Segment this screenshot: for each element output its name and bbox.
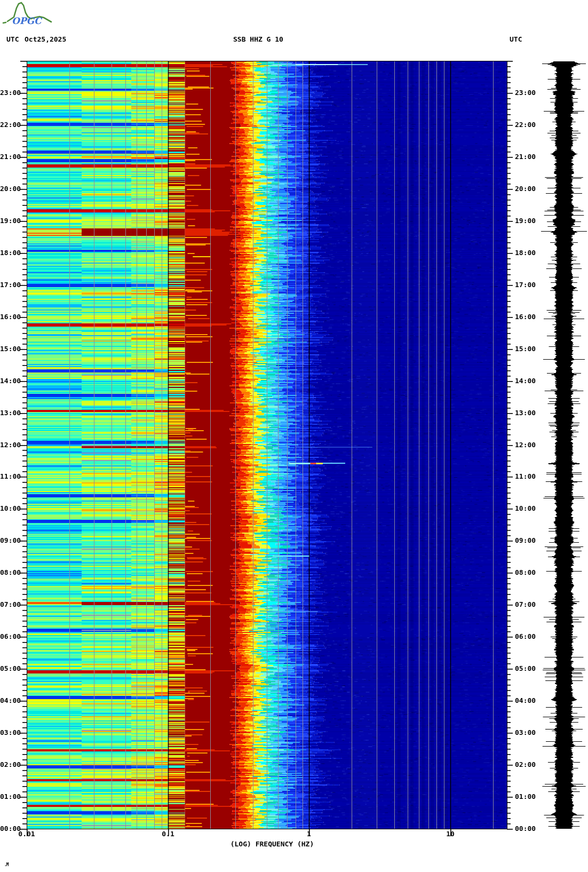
- time-tick-label-left: 02:00: [0, 761, 20, 768]
- time-tick-label-right: 18:00: [515, 249, 536, 257]
- time-tick-label-right: 20:00: [515, 185, 536, 193]
- time-tick-label-left: 12:00: [0, 441, 20, 449]
- time-tick-label-left: 14:00: [0, 377, 20, 385]
- spectrogram-page: OPGC UTC Oct25,2025 SSB HHZ G 10 UTC 23:…: [0, 0, 588, 872]
- time-tick-label-left: 15:00: [0, 345, 20, 353]
- time-tick-label-right: 10:00: [515, 505, 536, 512]
- time-tick-label-right: 00:00: [515, 825, 536, 833]
- time-tick-label-left: 17:00: [0, 281, 20, 289]
- time-tick-label-right: 17:00: [515, 281, 536, 289]
- time-tick-label-right: 07:00: [515, 601, 536, 608]
- date-label: Oct25,2025: [25, 35, 66, 43]
- utc-label-right: UTC: [510, 35, 522, 43]
- time-tick-label-left: 10:00: [0, 505, 20, 512]
- time-tick-label-right: 04:00: [515, 697, 536, 704]
- time-tick-label-right: 02:00: [515, 761, 536, 768]
- time-tick-label-left: 22:00: [0, 121, 20, 129]
- time-tick-label-right: 05:00: [515, 665, 536, 672]
- time-tick-label-right: 08:00: [515, 569, 536, 576]
- time-tick-label-right: 06:00: [515, 633, 536, 640]
- time-tick-label-left: 13:00: [0, 409, 20, 417]
- time-tick-label-right: 09:00: [515, 537, 536, 544]
- time-tick-label-right: 15:00: [515, 345, 536, 353]
- time-tick-label-left: 05:00: [0, 665, 20, 672]
- time-tick-label-right: 21:00: [515, 153, 536, 161]
- time-tick-label-right: 23:00: [515, 89, 536, 97]
- time-tick-label-right: 22:00: [515, 121, 536, 129]
- time-tick-label-left: 03:00: [0, 729, 20, 736]
- time-tick-label-left: 21:00: [0, 153, 20, 161]
- opgc-logo: OPGC: [2, 1, 53, 29]
- freq-tick-label: 10: [429, 830, 472, 838]
- freq-tick-label: 0.01: [5, 830, 48, 838]
- freq-tick-label: 1: [288, 830, 330, 838]
- time-tick-label-left: 23:00: [0, 89, 20, 97]
- time-tick-label-left: 20:00: [0, 185, 20, 193]
- time-tick-label-left: 16:00: [0, 313, 20, 321]
- time-tick-label-left: 19:00: [0, 217, 20, 225]
- time-tick-label-left: 07:00: [0, 601, 20, 608]
- time-tick-label-right: 01:00: [515, 793, 536, 800]
- logo-text: OPGC: [12, 15, 43, 26]
- time-tick-label-left: 04:00: [0, 697, 20, 704]
- time-tick-label-right: 16:00: [515, 313, 536, 321]
- plot-title: SSB HHZ G 10: [233, 35, 283, 43]
- time-tick-label-right: 11:00: [515, 473, 536, 480]
- frequency-axis-title: (LOG) FREQUENCY (HZ): [176, 840, 368, 848]
- time-tick-label-left: 18:00: [0, 249, 20, 257]
- time-tick-label-right: 13:00: [515, 409, 536, 417]
- utc-label-left: UTC: [6, 35, 19, 43]
- time-tick-label-left: 08:00: [0, 569, 20, 576]
- time-tick-label-left: 01:00: [0, 793, 20, 800]
- corner-mark: .M: [4, 862, 9, 867]
- time-tick-label-left: 11:00: [0, 473, 20, 480]
- spectrogram-canvas: [0, 0, 588, 872]
- time-tick-label-right: 03:00: [515, 729, 536, 736]
- freq-tick-label: 0.1: [147, 830, 189, 838]
- time-tick-label-right: 14:00: [515, 377, 536, 385]
- time-tick-label-right: 19:00: [515, 217, 536, 225]
- time-tick-label-left: 09:00: [0, 537, 20, 544]
- time-tick-label-right: 12:00: [515, 441, 536, 449]
- time-tick-label-left: 06:00: [0, 633, 20, 640]
